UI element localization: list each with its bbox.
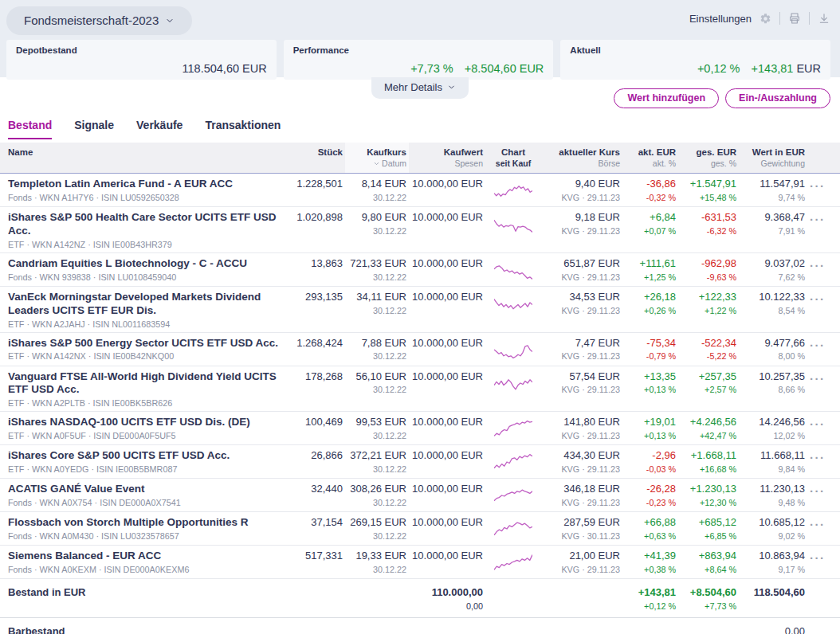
total-change-cell: +4.246,56+42,47 % (681, 416, 736, 440)
fund-name-link[interactable]: iShares S&P 500 Health Care Sector UCITS… (8, 211, 279, 238)
add-value-button[interactable]: Wert hinzufügen (614, 88, 719, 108)
sparkline-chart (488, 516, 539, 542)
value-cell: 9.368,477,91 % (741, 211, 805, 236)
current-price-cell-value: 57,54 EUR (544, 370, 620, 384)
totals-row-barbestand: Barbestand 0,00 (0, 618, 840, 634)
value-cell: 9.037,027,62 % (741, 257, 805, 282)
fund-name-link[interactable]: Flossbach von Storch Multiple Opportunit… (8, 516, 249, 530)
shares-cell-value: 1.268,424 (284, 337, 343, 350)
row-menu-button[interactable]: ··· (810, 483, 826, 497)
row-menu-button[interactable]: ··· (810, 449, 826, 464)
totals-day-pct: +0,12 % (625, 601, 676, 611)
row-menu-button[interactable]: ··· (810, 211, 826, 225)
fund-name-link[interactable]: Siemens Balanced - EUR ACC (8, 550, 161, 563)
performance-amount: +8.504,60 EUR (465, 62, 544, 75)
buy-price-cell-value: 56,10 EUR (347, 370, 406, 384)
current-price-cell-sub: KVG · 29.11.23 (544, 431, 620, 440)
buy-value-cell-value: 10.000,00 EUR (411, 449, 483, 463)
fund-name-link[interactable]: iShares NASDAQ-100 UCITS ETF USD Dis. (D… (8, 416, 250, 429)
printer-icon[interactable] (788, 12, 801, 25)
shares-cell: 100,469 (284, 416, 343, 429)
fund-name-cell: Templeton Latin America Fund - A EUR ACC… (8, 178, 279, 202)
row-menu-cell: ··· (810, 211, 835, 226)
shares-cell: 293,135 (284, 291, 343, 304)
current-price-cell: 141,80 EURKVG · 29.11.23 (544, 416, 620, 440)
fund-name-link[interactable]: Candriam Equities L Biotechnology - C - … (8, 257, 247, 271)
buy-price-cell: 8,14 EUR30.12.22 (347, 178, 406, 202)
deposit-withdraw-button[interactable]: Ein-/Auszahlung (725, 88, 830, 108)
tab-bestand[interactable]: Bestand (8, 119, 52, 139)
total-change-cell-sub: +2,57 % (681, 385, 736, 394)
current-price-cell-value: 287,59 EUR (544, 516, 620, 530)
current-price-cell-sub: KVG · 29.11.23 (544, 193, 620, 202)
fund-meta: ETF · WKN A0YEDG · ISIN IE00B5BMR087 (8, 464, 279, 474)
total-change-cell-value: +1.547,91 (681, 178, 736, 191)
buy-value-cell-value: 10.000,00 EUR (411, 416, 483, 429)
row-menu-button[interactable]: ··· (810, 337, 826, 351)
fund-name-cell: Candriam Equities L Biotechnology - C - … (8, 257, 279, 282)
row-menu-button[interactable]: ··· (810, 550, 826, 564)
tab-verkaeufe[interactable]: Verkäufe (136, 119, 183, 139)
buy-value-cell-value: 10.000,00 EUR (411, 211, 483, 225)
depot-value: 118.504,60 EUR (16, 62, 267, 75)
row-menu-button[interactable]: ··· (810, 370, 826, 385)
shares-cell-value: 26,866 (284, 449, 343, 463)
row-menu-button[interactable]: ··· (810, 416, 826, 430)
day-change-cell-value: +19,01 (625, 416, 676, 429)
value-cell: 11.547,919,74 % (741, 178, 805, 202)
row-menu-button[interactable]: ··· (810, 516, 826, 530)
total-change-cell-sub: -9,63 % (681, 272, 736, 282)
value-cell: 10.122,338,54 % (741, 291, 805, 315)
fund-name-cell: ACATIS GANÉ Value EventFonds · WKN A0X75… (8, 483, 279, 507)
shares-cell-value: 293,135 (284, 291, 343, 304)
fund-name-cell: Flossbach von Storch Multiple Opportunit… (8, 516, 279, 541)
gear-icon[interactable] (760, 13, 771, 25)
more-details-button[interactable]: Mehr Details (371, 77, 469, 99)
value-cell-sub: 7,62 % (741, 272, 805, 282)
total-change-cell: -631,53-6,32 % (681, 211, 736, 236)
buy-price-cell-sub: 30.12.22 (347, 531, 406, 541)
shares-cell: 1.268,424 (284, 337, 343, 350)
value-cell-sub: 9,48 % (741, 498, 805, 507)
fund-name-link[interactable]: Templeton Latin America Fund - A EUR ACC (8, 178, 233, 191)
buy-price-cell-sub: 30.12.22 (347, 431, 406, 440)
tab-signale[interactable]: Signale (74, 119, 114, 139)
current-price-cell-sub: KVG · 29.11.23 (544, 464, 620, 474)
value-cell: 9.477,668,00 % (741, 337, 805, 362)
total-change-cell: +1.668,11+16,68 % (681, 449, 736, 474)
col-header-ges-eur: ges. EUR ges. % (681, 147, 736, 168)
table-row: VanEck Morningstar Developed Markets Div… (0, 287, 840, 333)
row-menu-button[interactable]: ··· (810, 257, 826, 272)
barbestand-value: 0,00 (741, 625, 805, 634)
divider (779, 12, 780, 25)
value-cell-value: 14.246,56 (741, 416, 805, 429)
col-header-kaufkurs[interactable]: Kaufkurs Datum (345, 143, 409, 173)
tab-transaktionen[interactable]: Transaktionen (205, 119, 281, 139)
download-icon[interactable] (818, 12, 830, 25)
total-change-cell: -522,34-5,22 % (681, 337, 736, 362)
current-price-cell-sub: KVG · 29.11.23 (544, 226, 620, 236)
buy-price-cell-value: 8,14 EUR (347, 178, 406, 191)
row-menu-button[interactable]: ··· (810, 178, 826, 192)
total-change-cell-sub: +42,47 % (681, 431, 736, 440)
total-change-cell: +257,35+2,57 % (681, 370, 736, 395)
buy-price-cell: 7,88 EUR30.12.22 (347, 337, 406, 362)
current-price-cell: 34,53 EURKVG · 29.11.23 (544, 291, 620, 315)
totals-buy-value: 110.000,00 (411, 586, 483, 600)
buy-value-cell: 10.000,00 EUR (411, 516, 483, 530)
row-menu-button[interactable]: ··· (810, 291, 826, 305)
fund-name-link[interactable]: Vanguard FTSE All-World High Dividend Yi… (8, 370, 279, 397)
fund-name-link[interactable]: iShares Core S&P 500 UCITS ETF USD Acc. (8, 449, 230, 463)
buy-price-cell-sub: 30.12.22 (347, 193, 406, 202)
fund-name-link[interactable]: iShares S&P 500 Energy Sector UCITS ETF … (8, 337, 278, 350)
fund-name-link[interactable]: ACATIS GANÉ Value Event (8, 483, 145, 496)
portfolio-selector[interactable]: Fondsmeisterschaft-2023 (6, 6, 192, 35)
fund-name-cell: VanEck Morningstar Developed Markets Div… (8, 291, 279, 329)
day-change-cell: -2,96-0,03 % (625, 449, 676, 474)
table-row: iShares S&P 500 Energy Sector UCITS ETF … (0, 333, 840, 366)
total-change-cell: +1.547,91+15,48 % (681, 178, 736, 202)
value-cell: 10.863,949,17 % (741, 550, 805, 574)
fund-name-link[interactable]: VanEck Morningstar Developed Markets Div… (8, 291, 279, 318)
settings-label[interactable]: Einstellungen (689, 13, 752, 25)
current-price-cell: 9,40 EURKVG · 29.11.23 (544, 178, 620, 202)
